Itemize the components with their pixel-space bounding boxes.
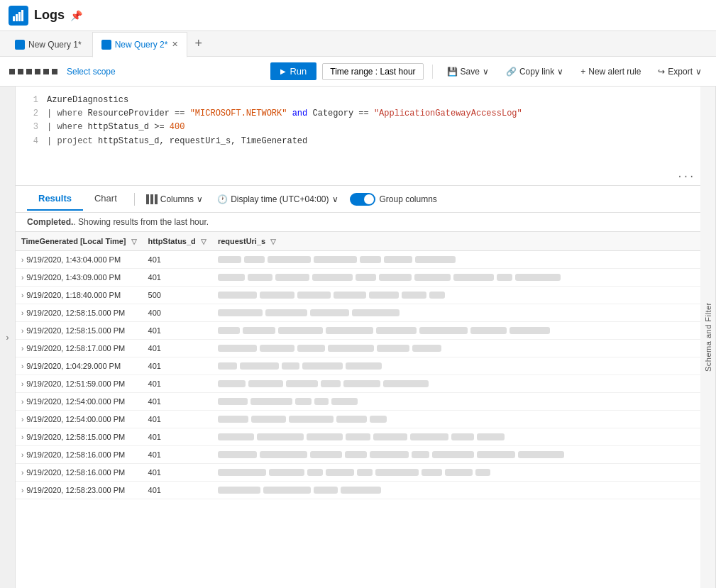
code-line: 2| where ResourceProvider == "MICROSOFT.… [16,107,700,121]
table-header-row: TimeGenerated [Local Time] ▽ httpStatus_… [16,232,700,251]
table-row: ›9/19/2020, 12:54:00.000 PM401 [16,411,700,428]
expand-row-button[interactable]: › [21,274,23,282]
filter-status-icon[interactable]: ▽ [201,238,206,245]
expand-row-button[interactable]: › [21,487,23,494]
display-time-button[interactable]: 🕐 Display time (UTC+04:00) ∨ [211,192,343,207]
sidebar-toggle[interactable]: › [0,87,16,588]
uri-blurred-segment [265,309,307,316]
save-label: Save [461,67,480,77]
tab-new-query-1[interactable]: New Query 1* [6,32,91,57]
uri-blurred-segment [218,327,240,334]
uri-blurred-segment [218,309,263,316]
select-scope-link[interactable]: Select scope [67,67,116,77]
toggle-control[interactable] [350,193,375,206]
uri-blurred-segment [334,292,366,299]
time-value: 9/19/2020, 12:58:15.000 PM [26,326,125,335]
header-status[interactable]: httpStatus_d ▽ [143,232,212,251]
time-cell: ›9/19/2020, 12:58:16.000 PM [16,464,143,482]
expand-row-button[interactable]: › [21,416,23,423]
uri-blurred-segment [218,362,237,370]
pin-icon[interactable]: 📌 [70,10,82,21]
header-time[interactable]: TimeGenerated [Local Time] ▽ [16,232,143,251]
uri-blurred-segment [410,433,448,440]
query-icon [15,40,25,50]
time-cell: ›9/19/2020, 12:54:00.000 PM [16,393,143,411]
time-value: 9/19/2020, 12:58:16.000 PM [26,468,125,477]
group-columns-toggle[interactable]: Group columns [350,193,437,206]
columns-button[interactable]: Columns ∨ [141,192,209,207]
expand-row-button[interactable]: › [21,292,23,299]
schema-filter-sidebar[interactable]: Schema and Filter [700,87,716,588]
expand-row-button[interactable]: › [21,345,23,353]
export-button[interactable]: ↪ Export ∨ [652,64,707,79]
uri-blurred-segment [286,380,318,387]
app-icon [9,6,28,26]
group-columns-label: Group columns [380,194,437,204]
svg-rect-1 [16,14,18,21]
uri-blurred-segment [289,416,334,423]
uri-blurred-segment [218,469,266,476]
uri-blurred-segment [369,292,399,299]
save-button[interactable]: 💾 Save ∨ [441,64,495,79]
table-row: ›9/19/2020, 12:51:59.000 PM401 [16,375,700,393]
expand-row-button[interactable]: › [21,309,23,317]
filter-uri-icon[interactable]: ▽ [270,238,276,245]
expand-row-button[interactable]: › [21,362,23,370]
uri-blurred-segment [218,451,257,458]
time-cell: ›9/19/2020, 12:58:17.000 PM [16,340,143,357]
data-table: TimeGenerated [Local Time] ▽ httpStatus_… [16,232,700,499]
new-alert-button[interactable]: + New alert rule [575,64,646,79]
expand-row-button[interactable]: › [21,451,23,459]
expand-row-button[interactable]: › [21,256,23,264]
uri-blurred-segment [328,345,374,352]
expand-row-button[interactable]: › [21,469,23,477]
time-value: 9/19/2020, 1:04:29.000 PM [26,362,121,370]
results-table[interactable]: TimeGenerated [Local Time] ▽ httpStatus_… [16,232,700,588]
tab2-close[interactable]: ✕ [172,40,178,49]
results-tab[interactable]: Results [27,187,83,211]
code-editor[interactable]: 1AzureDiagnostics2| where ResourceProvid… [16,87,700,186]
expand-row-button[interactable]: › [21,398,23,406]
expand-row-button[interactable]: › [21,433,23,441]
chart-tab-label: Chart [94,193,117,204]
uri-blurred-segment [240,362,279,370]
new-tab-button[interactable]: + [189,36,208,51]
status-value: 401 [143,411,212,428]
uri-cell [212,464,700,482]
expand-row-button[interactable]: › [21,380,23,388]
uri-blurred-segment [379,274,412,281]
time-value: 9/19/2020, 12:51:59.000 PM [26,379,125,388]
more-options-icon[interactable]: ... [677,167,695,182]
expand-row-button[interactable]: › [21,327,23,335]
uri-blurred-segment [251,416,286,423]
table-row: ›9/19/2020, 12:58:16.000 PM401 [16,446,700,464]
uri-blurred-segment [248,380,283,387]
uri-blurred-segment [370,416,387,423]
chart-tab[interactable]: Chart [83,187,128,211]
chevron-right-icon: › [6,333,9,343]
content-area: 1AzureDiagnostics2| where ResourceProvid… [16,87,700,588]
uri-cell [212,269,700,287]
tab1-label: New Query 1* [28,40,82,50]
time-range-button[interactable]: Time range : Last hour [322,63,423,80]
table-row: ›9/19/2020, 12:54:00.000 PM401 [16,393,700,411]
copy-link-button[interactable]: 🔗 Copy link ∨ [500,64,569,79]
columns-label: Columns [160,194,194,204]
uri-cell [212,482,700,499]
uri-cell [212,446,700,464]
run-button[interactable]: Run [270,62,316,80]
tab-new-query-2[interactable]: New Query 2* ✕ [92,32,188,57]
uri-cell [212,340,700,357]
status-bar: Completed.. Showing results from the las… [16,213,700,232]
results-tabs: Results Chart Columns ∨ 🕐 [16,186,700,213]
save-icon: 💾 [447,67,458,77]
time-cell: ›9/19/2020, 1:43:04.000 PM [16,251,143,269]
uri-blurred-segment [415,256,456,263]
filter-time-icon[interactable]: ▽ [131,238,137,245]
status-value: 401 [143,340,212,357]
table-row: ›9/19/2020, 1:43:04.000 PM401 [16,251,700,269]
header-uri[interactable]: requestUri_s ▽ [212,232,700,251]
status-value: 401 [143,446,212,464]
status-text: Completed.. Showing results from the las… [27,217,209,227]
uri-blurred-segment [412,345,441,352]
